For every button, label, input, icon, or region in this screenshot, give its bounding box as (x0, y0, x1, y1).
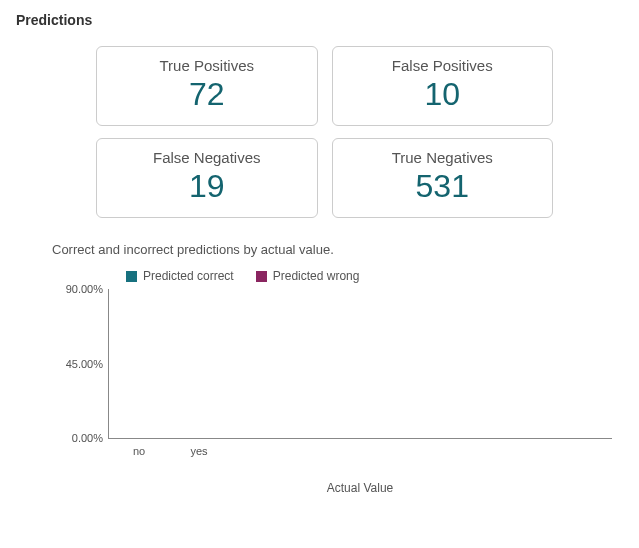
x-label: no (122, 445, 156, 457)
legend-label: Predicted correct (143, 269, 234, 283)
page-title: Predictions (16, 12, 623, 28)
x-labels: noyes (108, 439, 612, 457)
card-false-negatives: False Negatives 19 (96, 138, 318, 218)
card-value: 531 (341, 168, 545, 205)
chart-caption: Correct and incorrect predictions by act… (52, 242, 623, 257)
card-label: True Negatives (341, 149, 545, 166)
chart-plot: 90.00% 45.00% 0.00% (108, 289, 612, 439)
card-value: 19 (105, 168, 309, 205)
swatch-correct-icon (126, 271, 137, 282)
card-value: 72 (105, 76, 309, 113)
card-label: False Negatives (105, 149, 309, 166)
card-label: False Positives (341, 57, 545, 74)
confusion-cards: True Positives 72 False Positives 10 Fal… (16, 46, 623, 218)
legend-item-correct: Predicted correct (126, 269, 234, 283)
chart-legend: Predicted correct Predicted wrong (126, 269, 623, 283)
x-label: yes (182, 445, 216, 457)
ytick: 90.00% (53, 283, 103, 295)
x-axis-title: Actual Value (108, 481, 612, 495)
chart: 90.00% 45.00% 0.00% noyes Actual Value (52, 289, 612, 495)
card-true-negatives: True Negatives 531 (332, 138, 554, 218)
card-true-positives: True Positives 72 (96, 46, 318, 126)
legend-label: Predicted wrong (273, 269, 360, 283)
card-false-positives: False Positives 10 (332, 46, 554, 126)
swatch-wrong-icon (256, 271, 267, 282)
card-label: True Positives (105, 57, 309, 74)
ytick: 45.00% (53, 358, 103, 370)
card-value: 10 (341, 76, 545, 113)
ytick: 0.00% (53, 432, 103, 444)
legend-item-wrong: Predicted wrong (256, 269, 360, 283)
